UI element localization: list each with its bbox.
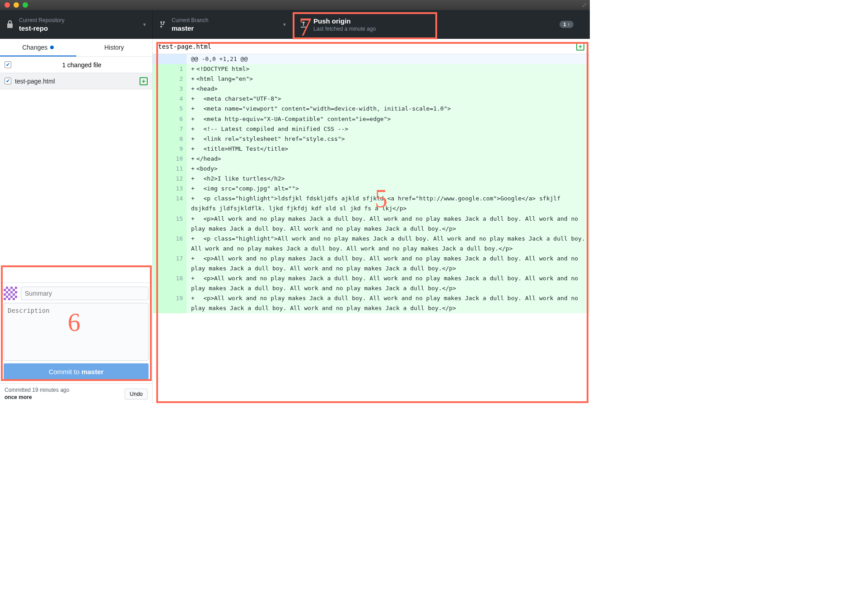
tab-changes[interactable]: Changes bbox=[0, 39, 76, 56]
push-sub: Last fetched a minute ago bbox=[313, 26, 376, 32]
line-number: 15 bbox=[168, 214, 187, 234]
diff-line[interactable]: 18 <p>All work and no play makes Jack a … bbox=[153, 274, 590, 293]
code-content: <title>HTML Test</title> bbox=[187, 144, 590, 154]
code-content: <p class="highlight">ldsfjkl fdskljdfs a… bbox=[187, 194, 590, 213]
diff-body[interactable]: @@ -0,0 +1,21 @@ 1<!DOCTYPE html>2<html … bbox=[153, 54, 590, 404]
changes-indicator-dot bbox=[50, 46, 54, 49]
diff-line[interactable]: 8 <link rel="stylesheet" href="style.css… bbox=[153, 134, 590, 144]
code-content: <p>All work and no play makes Jack a dul… bbox=[187, 254, 590, 274]
diff-line[interactable]: 6 <meta http-equiv="X-UA-Compatible" con… bbox=[153, 114, 590, 124]
line-number: 10 bbox=[168, 154, 187, 164]
branch-selector[interactable]: Current Branch master ▼ bbox=[153, 10, 293, 39]
diff-line[interactable]: 10</head> bbox=[153, 154, 590, 164]
last-commit-time: Committed 19 minutes ago bbox=[5, 387, 69, 394]
chevron-down-icon: ▼ bbox=[142, 22, 147, 27]
minimize-window-button[interactable] bbox=[14, 2, 19, 8]
push-button[interactable]: Push origin Last fetched a minute ago 1 … bbox=[293, 10, 590, 39]
zoom-window-button[interactable] bbox=[23, 2, 28, 8]
repo-value: test-repo bbox=[19, 24, 65, 32]
code-content: <link rel="stylesheet" href="style.css"> bbox=[187, 134, 590, 144]
diff-line[interactable]: 4 <meta charset="UTF-8"> bbox=[153, 94, 590, 104]
code-content: <html lang="en"> bbox=[187, 74, 590, 84]
diff-line[interactable]: 13 <img src="comp.jpg" alt=""> bbox=[153, 184, 590, 194]
diff-line[interactable]: 1<!DOCTYPE html> bbox=[153, 64, 590, 74]
toolbar: Current Repository test-repo ▼ Current B… bbox=[0, 10, 590, 39]
avatar bbox=[4, 287, 17, 300]
diff-line[interactable]: 16 <p class="highlight">All work and no … bbox=[153, 234, 590, 254]
diff-file-name: test-page.html bbox=[158, 43, 211, 50]
line-number: 17 bbox=[168, 254, 187, 274]
changed-file-row[interactable]: ✔ test-page.html + bbox=[0, 73, 152, 89]
diff-line[interactable]: 5 <meta name="viewport" content="width=d… bbox=[153, 104, 590, 114]
chevron-down-icon: ▼ bbox=[282, 22, 287, 27]
branch-value: master bbox=[172, 24, 208, 32]
push-badge: 1 ↑ bbox=[560, 21, 574, 28]
fullscreen-icon[interactable]: ⤢ bbox=[582, 1, 587, 9]
code-content: <body> bbox=[187, 164, 590, 174]
lock-icon bbox=[6, 20, 14, 29]
line-number: 13 bbox=[168, 184, 187, 194]
push-icon bbox=[299, 20, 308, 29]
code-content: <head> bbox=[187, 84, 590, 94]
file-checkbox[interactable]: ✔ bbox=[5, 78, 11, 84]
commit-button[interactable]: Commit to master bbox=[4, 363, 149, 380]
line-number: 8 bbox=[168, 134, 187, 144]
line-number: 12 bbox=[168, 174, 187, 184]
code-content: <!DOCTYPE html> bbox=[187, 64, 590, 74]
diff-file-header: test-page.html + bbox=[153, 39, 590, 54]
diff-line[interactable]: 15 <p>All work and no play makes Jack a … bbox=[153, 214, 590, 234]
line-number: 2 bbox=[168, 74, 187, 84]
summary-input[interactable] bbox=[21, 287, 149, 300]
line-number: 3 bbox=[168, 84, 187, 94]
code-content: <img src="comp.jpg" alt=""> bbox=[187, 184, 590, 194]
code-content: <meta charset="UTF-8"> bbox=[187, 94, 590, 104]
line-number: 7 bbox=[168, 124, 187, 134]
last-commit-message: once more bbox=[5, 394, 69, 401]
code-content: </head> bbox=[187, 154, 590, 164]
line-number: 6 bbox=[168, 114, 187, 124]
description-input[interactable] bbox=[4, 303, 149, 361]
added-file-icon: + bbox=[140, 77, 148, 85]
line-number: 11 bbox=[168, 164, 187, 174]
commit-button-prefix: Commit to bbox=[49, 368, 82, 376]
line-number: 19 bbox=[168, 293, 187, 313]
code-content: <meta name="viewport" content="width=dev… bbox=[187, 104, 590, 114]
diff-line[interactable]: 19 <p>All work and no play makes Jack a … bbox=[153, 293, 590, 313]
undo-button[interactable]: Undo bbox=[125, 389, 148, 399]
added-file-icon: + bbox=[576, 42, 584, 51]
changes-header: ✔ 1 changed file bbox=[0, 57, 152, 73]
title-bar: ⤢ bbox=[0, 0, 590, 10]
push-label: Push origin bbox=[313, 17, 376, 25]
line-number: 16 bbox=[168, 234, 187, 254]
diff-line[interactable]: 17 <p>All work and no play makes Jack a … bbox=[153, 254, 590, 274]
repository-selector[interactable]: Current Repository test-repo ▼ bbox=[0, 10, 153, 39]
branch-icon bbox=[159, 20, 166, 29]
diff-line[interactable]: 9 <title>HTML Test</title> bbox=[153, 144, 590, 154]
select-all-checkbox[interactable]: ✔ bbox=[5, 61, 11, 68]
sidebar: Changes History ✔ 1 changed file ✔ test-… bbox=[0, 39, 153, 404]
commit-form: Commit to master bbox=[0, 283, 152, 383]
diff-line[interactable]: 3<head> bbox=[153, 84, 590, 94]
last-commit-footer: Committed 19 minutes ago once more Undo bbox=[0, 383, 152, 404]
repo-label: Current Repository bbox=[19, 17, 65, 23]
line-number: 9 bbox=[168, 144, 187, 154]
tab-history-label: History bbox=[104, 44, 124, 51]
code-content: <p>All work and no play makes Jack a dul… bbox=[187, 293, 590, 313]
diff-line[interactable]: 2<html lang="en"> bbox=[153, 74, 590, 84]
code-content: <p>All work and no play makes Jack a dul… bbox=[187, 214, 590, 234]
file-name: test-page.html bbox=[15, 78, 136, 85]
hunk-header-text: @@ -0,0 +1,21 @@ bbox=[187, 54, 590, 64]
code-content: <p>All work and no play makes Jack a dul… bbox=[187, 274, 590, 293]
diff-panel: test-page.html + @@ -0,0 +1,21 @@ 1<!DOC… bbox=[153, 39, 590, 404]
code-content: <!-- Latest compiled and minified CSS --… bbox=[187, 124, 590, 134]
diff-line[interactable]: 12 <h2>I like turtles</h2> bbox=[153, 174, 590, 184]
changed-files-count: 1 changed file bbox=[16, 61, 148, 69]
tab-history[interactable]: History bbox=[76, 39, 153, 56]
branch-label: Current Branch bbox=[172, 17, 208, 23]
close-window-button[interactable] bbox=[5, 2, 10, 8]
diff-line[interactable]: 7 <!-- Latest compiled and minified CSS … bbox=[153, 124, 590, 134]
line-number: 4 bbox=[168, 94, 187, 104]
diff-line[interactable]: 14 <p class="highlight">ldsfjkl fdskljdf… bbox=[153, 194, 590, 213]
diff-line[interactable]: 11<body> bbox=[153, 164, 590, 174]
code-content: <h2>I like turtles</h2> bbox=[187, 174, 590, 184]
